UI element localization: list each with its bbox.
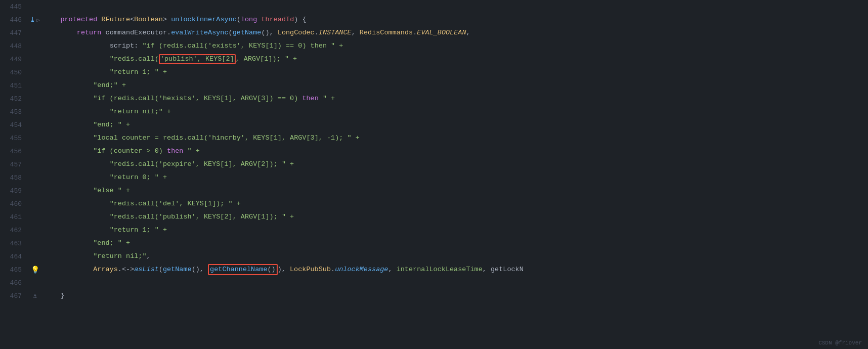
code-content-451: "end;" + [42,79,868,92]
line-number: 458 [0,174,28,182]
anchor-icon: ⚓ [33,292,36,300]
code-content-464: "return nil;", [42,250,868,263]
code-content-459: "else " + [42,184,868,197]
code-line-445: 445 [0,0,868,13]
gutter-465: 💡 [28,266,42,274]
code-line-449: 449 "redis.call('publish', KEYS[2], ARGV… [0,53,868,66]
code-line-455: 455 "local counter = redis.call('hincrby… [0,132,868,145]
code-content-452: "if (redis.call('hexists', KEYS[1], ARGV… [42,92,868,105]
line-number: 456 [0,148,28,155]
code-content-467: } [42,289,868,302]
code-content-458: "return 0; " + [42,171,868,184]
line-number: 464 [0,253,28,260]
code-content-465: Arrays.<->asList(getName(), getChannelNa… [42,263,868,276]
gutter-467: ⚓ [28,292,42,300]
code-line-450: 450 "return 1; " + [0,66,868,79]
code-line-462: 462 "return 1; " + [0,224,868,237]
line-number: 466 [0,279,28,287]
code-line-461: 461 "redis.call('publish', KEYS[2], ARGV… [0,210,868,224]
line-number: 446 [0,16,28,24]
line-number: 455 [0,135,28,142]
bulb-icon: 💡 [31,266,39,274]
line-number: 450 [0,69,28,76]
line-number: 445 [0,3,28,11]
line-number: 459 [0,187,28,195]
line-number: 465 [0,266,28,274]
code-content-447: return commandExecutor.evalWriteAsync(ge… [42,26,868,39]
line-number: 467 [0,292,28,300]
code-content-461: "redis.call('publish', KEYS[2], ARGV[1])… [42,210,868,224]
line-number: 461 [0,213,28,221]
line-number: 451 [0,82,28,90]
code-line-464: 464 "return nil;", [0,250,868,263]
code-editor: 445 446 ⤓ ▷ protected RFuture<Boolean> u… [0,0,868,349]
line-number: 462 [0,227,28,234]
line-number: 457 [0,161,28,168]
gutter-446: ⤓ ▷ [28,16,42,24]
code-content-462: "return 1; " + [42,224,868,237]
code-line-456: 456 "if (counter > 0) then " + [0,145,868,158]
code-content-463: "end; " + [42,237,868,250]
line-number: 463 [0,240,28,247]
code-line-467: 467 ⚓ } [0,289,868,302]
code-line-460: 460 "redis.call('del', KEYS[1]); " + [0,197,868,210]
code-content-460: "redis.call('del', KEYS[1]); " + [42,197,868,210]
arrow-down-icon: ⤓ [30,16,35,24]
code-line-459: 459 "else " + [0,184,868,197]
watermark: CSDN @friover [818,340,862,346]
code-content-455: "local counter = redis.call('hincrby', K… [42,132,868,145]
code-content-453: "return nil;" + [42,105,868,118]
line-number: 449 [0,56,28,63]
code-content-457: "redis.call('pexpire', KEYS[1], ARGV[2])… [42,158,868,171]
code-line-446: 446 ⤓ ▷ protected RFuture<Boolean> unloc… [0,13,868,26]
code-line-466: 466 [0,276,868,289]
code-line-463: 463 "end; " + [0,237,868,250]
code-content-450: "return 1; " + [42,66,868,79]
code-line-457: 457 "redis.call('pexpire', KEYS[1], ARGV… [0,158,868,171]
line-number: 447 [0,29,28,37]
code-line-454: 454 "end; " + [0,118,868,132]
code-line-448: 448 script: "if (redis.call('exists', KE… [0,39,868,53]
code-line-458: 458 "return 0; " + [0,171,868,184]
code-line-465: 465 💡 Arrays.<->asList(getName(), getCha… [0,263,868,276]
code-line-451: 451 "end;" + [0,79,868,92]
code-line-447: 447 return commandExecutor.evalWriteAsyn… [0,26,868,39]
code-content-449: "redis.call('publish', KEYS[2], ARGV[1])… [42,53,868,66]
line-number: 448 [0,42,28,50]
code-content-446: protected RFuture<Boolean> unlockInnerAs… [42,13,868,26]
line-number: 452 [0,95,28,103]
code-content-448: script: "if (redis.call('exists', KEYS[1… [42,39,868,53]
line-number: 460 [0,200,28,208]
fold-icon: ▷ [36,17,40,23]
code-content-456: "if (counter > 0) then " + [42,145,868,158]
line-number: 453 [0,108,28,116]
code-content-454: "end; " + [42,118,868,132]
line-number: 454 [0,121,28,129]
code-line-452: 452 "if (redis.call('hexists', KEYS[1], … [0,92,868,105]
code-line-453: 453 "return nil;" + [0,105,868,118]
